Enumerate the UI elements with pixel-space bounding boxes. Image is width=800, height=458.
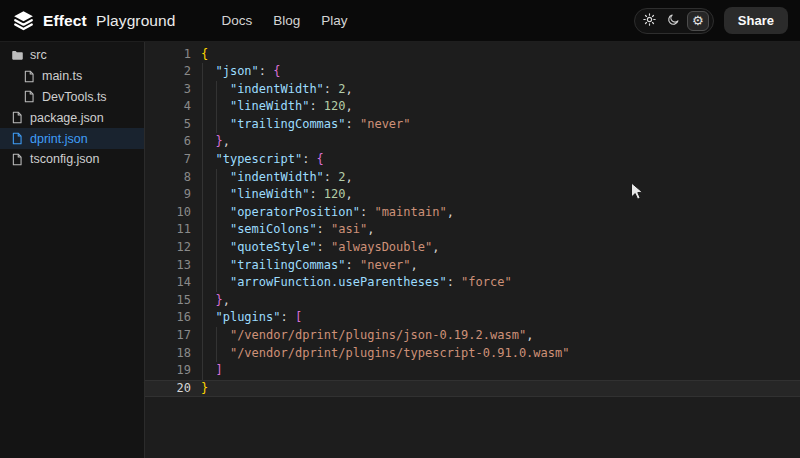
effect-logo[interactable]: Effect Playground — [12, 9, 176, 32]
code-line-19[interactable]: 19 ] — [145, 362, 800, 380]
line-content: "lineWidth": 120, — [201, 98, 353, 116]
line-content: }, — [201, 133, 230, 151]
code-token: { — [201, 47, 208, 61]
line-number: 19 — [145, 362, 191, 380]
code-token: { — [273, 64, 280, 78]
line-content: "arrowFunction.useParentheses": "force" — [201, 274, 512, 292]
code-editor[interactable]: 1{2 "json": {3 "indentWidth": 2,4 "lineW… — [145, 42, 800, 458]
code-token: : — [309, 187, 323, 201]
theme-light-button[interactable] — [639, 11, 661, 31]
code-token: : — [259, 64, 273, 78]
code-line-10[interactable]: 10 "operatorPosition": "maintain", — [145, 204, 800, 222]
line-number: 12 — [145, 239, 191, 257]
theme-toggle: ⚙ — [634, 8, 714, 34]
line-number: 7 — [145, 151, 191, 169]
code-token — [201, 293, 215, 307]
code-token: , — [432, 240, 439, 254]
code-token: : — [346, 117, 360, 131]
line-number: 16 — [145, 309, 191, 327]
header-actions: ⚙ Share — [634, 7, 788, 34]
code-token: , — [223, 293, 230, 307]
line-number: 2 — [145, 63, 191, 81]
code-line-7[interactable]: 7 "typescript": { — [145, 151, 800, 169]
code-line-14[interactable]: 14 "arrowFunction.useParentheses": "forc… — [145, 274, 800, 292]
file-icon — [23, 90, 36, 103]
tree-item-label: package.json — [30, 111, 104, 125]
code-token: "/vendor/dprint/plugins/json-0.19.2.wasm… — [230, 328, 526, 342]
line-number: 13 — [145, 257, 191, 275]
line-number: 17 — [145, 327, 191, 345]
code-token: , — [346, 170, 353, 184]
code-token: , — [346, 82, 353, 96]
code-line-6[interactable]: 6 }, — [145, 133, 800, 151]
code-line-17[interactable]: 17 "/vendor/dprint/plugins/json-0.19.2.w… — [145, 327, 800, 345]
code-line-15[interactable]: 15 }, — [145, 292, 800, 310]
code-line-1[interactable]: 1{ — [145, 46, 800, 64]
sidebar-item-dprint-json[interactable]: dprint.json — [0, 128, 144, 149]
tree-item-label: src — [30, 48, 47, 62]
code-line-20[interactable]: 20} — [145, 380, 800, 398]
code-token: "lineWidth" — [230, 187, 309, 201]
code-token: "quoteStyle" — [230, 240, 317, 254]
line-number: 3 — [145, 81, 191, 99]
code-line-16[interactable]: 16 "plugins": [ — [145, 309, 800, 327]
code-line-4[interactable]: 4 "lineWidth": 120, — [145, 98, 800, 116]
line-content: "indentWidth": 2, — [201, 81, 353, 99]
code-token: "trailingCommas" — [230, 117, 346, 131]
code-line-5[interactable]: 5 "trailingCommas": "never" — [145, 116, 800, 134]
code-token: , — [411, 258, 418, 272]
sidebar-item-DevTools-ts[interactable]: DevTools.ts — [0, 87, 144, 108]
line-content: ] — [201, 362, 223, 380]
moon-icon — [667, 13, 680, 28]
code-line-12[interactable]: 12 "quoteStyle": "alwaysDouble", — [145, 239, 800, 257]
share-button[interactable]: Share — [724, 7, 788, 34]
code-token: , — [223, 134, 230, 148]
indent-guide — [202, 63, 203, 380]
code-token: : — [317, 222, 331, 236]
nav-link-docs[interactable]: Docs — [222, 13, 253, 28]
indent-guide — [216, 81, 217, 134]
line-number: 5 — [145, 116, 191, 134]
file-icon — [11, 111, 24, 124]
code-token: "force" — [461, 275, 512, 289]
theme-dark-button[interactable] — [663, 11, 685, 31]
code-line-3[interactable]: 3 "indentWidth": 2, — [145, 81, 800, 99]
main-nav: DocsBlogPlay — [222, 13, 348, 28]
code-line-13[interactable]: 13 "trailingCommas": "never", — [145, 257, 800, 275]
code-token: : — [280, 310, 294, 324]
sidebar-item-tsconfig-json[interactable]: tsconfig.json — [0, 149, 144, 170]
code-token: "semiColons" — [230, 222, 317, 236]
main-layout: srcmain.tsDevTools.tspackage.jsondprint.… — [0, 42, 800, 458]
code-line-18[interactable]: 18 "/vendor/dprint/plugins/typescript-0.… — [145, 345, 800, 363]
line-number: 8 — [145, 169, 191, 187]
line-number: 15 — [145, 292, 191, 310]
sidebar-item-package-json[interactable]: package.json — [0, 107, 144, 128]
code-token: 2 — [338, 170, 345, 184]
line-content: "/vendor/dprint/plugins/typescript-0.91.… — [201, 345, 569, 363]
theme-system-button[interactable]: ⚙ — [687, 11, 709, 31]
sidebar-item-src[interactable]: src — [0, 45, 144, 66]
nav-link-play[interactable]: Play — [321, 13, 347, 28]
line-number: 4 — [145, 98, 191, 116]
line-content: "trailingCommas": "never", — [201, 257, 418, 275]
code-token: : — [302, 152, 316, 166]
sidebar-item-main-ts[interactable]: main.ts — [0, 66, 144, 87]
code-token: "arrowFunction.useParentheses" — [230, 275, 447, 289]
code-token — [201, 363, 215, 377]
code-line-8[interactable]: 8 "indentWidth": 2, — [145, 169, 800, 187]
sun-icon — [643, 13, 656, 28]
code-token: "never" — [360, 258, 411, 272]
code-token: "asi" — [331, 222, 367, 236]
nav-link-blog[interactable]: Blog — [273, 13, 300, 28]
code-token: , — [526, 328, 533, 342]
code-line-9[interactable]: 9 "lineWidth": 120, — [145, 186, 800, 204]
line-content: "operatorPosition": "maintain", — [201, 204, 454, 222]
line-content: "/vendor/dprint/plugins/json-0.19.2.wasm… — [201, 327, 533, 345]
line-content: "lineWidth": 120, — [201, 186, 353, 204]
code-line-11[interactable]: 11 "semiColons": "asi", — [145, 221, 800, 239]
line-content: "json": { — [201, 63, 281, 81]
code-token: "plugins" — [215, 310, 280, 324]
brand-subtitle: Playground — [96, 12, 175, 29]
code-token: "typescript" — [215, 152, 302, 166]
code-line-2[interactable]: 2 "json": { — [145, 63, 800, 81]
